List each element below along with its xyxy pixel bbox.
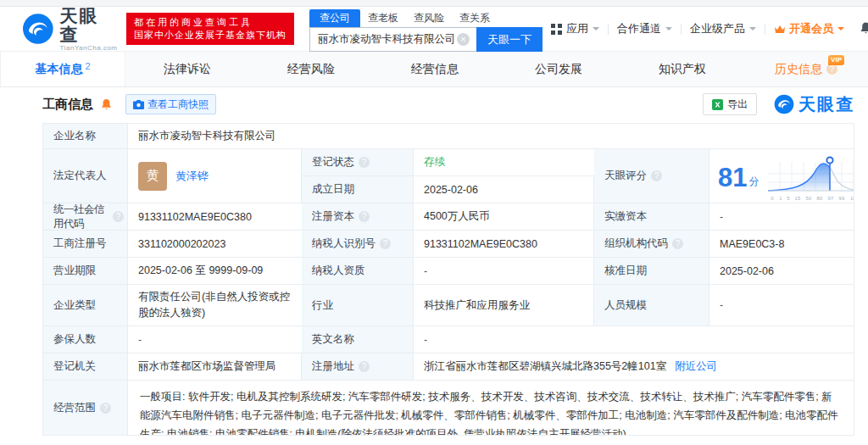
tyc-logo-icon (22, 13, 54, 45)
tyc-score-cell[interactable]: 81 分 (709, 149, 854, 203)
search-input[interactable] (309, 27, 476, 52)
field-label: 成立日期 (302, 176, 414, 203)
avatar[interactable]: 黄 (138, 162, 167, 191)
tab-business-info[interactable]: 经营信息 (373, 52, 497, 86)
help-icon[interactable] (651, 170, 662, 181)
bell-icon (860, 21, 868, 35)
site-header: 天眼查 TianYanCha.com 都在用的商业查询工具 国家中小企业发展子基… (0, 7, 868, 51)
establish-date-value: 2025-02-06 (414, 176, 594, 203)
section-title: 工商信息 (42, 97, 93, 113)
brand-slogan: 都在用的商业查询工具 国家中小企业发展子基金旗下机构 (126, 13, 294, 45)
legal-rep-cell: 黄 黄泽铧 (128, 149, 302, 203)
tab-label: 经营信息 (411, 62, 459, 77)
insured-count-value: - (128, 326, 302, 353)
score-marker-pin (827, 157, 833, 163)
tab-label: 法律诉讼 (164, 62, 211, 77)
search-tab-company[interactable]: 查公司 (309, 9, 360, 27)
tab-history-info[interactable]: VIP 历史信息 (744, 52, 868, 86)
field-label: 参保人数 (43, 326, 128, 353)
field-label: 登记机关 (43, 353, 128, 381)
score-distribution-chart: 01 515 5080 9799 100 (765, 155, 854, 201)
industry-value: 科技推广和应用服务业 (414, 285, 594, 326)
field-label: 纳税人识别号 (302, 231, 414, 258)
english-name-value: - (414, 326, 854, 353)
excel-icon (712, 99, 723, 110)
legal-rep-link[interactable]: 黄泽铧 (175, 169, 209, 184)
tab-basic-info[interactable]: 基本信息 2 (0, 52, 125, 86)
clear-icon[interactable]: × (457, 33, 470, 46)
tianyancha-logo[interactable]: 天眼查 TianYanCha.com (22, 7, 118, 52)
nav-enterprise[interactable]: 企业级产品 (682, 21, 765, 36)
field-label: 工商注册号 (43, 231, 128, 258)
search-tab-relation[interactable]: 查关系 (452, 9, 498, 27)
tab-label: 知识产权 (659, 62, 706, 77)
tab-label: 历史信息 (775, 62, 822, 77)
logo-subtitle: TianYanCha.com (60, 44, 118, 52)
nav-open-vip[interactable]: 开通会员 (765, 21, 853, 36)
snapshot-button-label: 查看工商快照 (147, 97, 209, 112)
caret-down-icon (749, 27, 756, 31)
caret-down-icon (665, 27, 672, 31)
tab-label: 公司发展 (535, 62, 582, 77)
reg-number-value: 331102000202023 (128, 231, 302, 258)
taxpayer-id-value: 91331102MAE9E0C380 (414, 231, 594, 258)
field-label: 营业期限 (43, 258, 128, 285)
nav-apps[interactable]: 应用 (542, 21, 608, 36)
score-unit: 分 (748, 175, 759, 189)
field-label: 天眼评分 (594, 149, 709, 203)
field-label: 实缴资本 (594, 203, 709, 231)
score-axis-ticks: 01 515 5080 9799 100 (771, 195, 854, 201)
taxpayer-quality-value: - (414, 258, 594, 285)
nav-enterprise-label: 企业级产品 (690, 21, 745, 36)
nearby-companies-link[interactable]: 附近公司 (675, 359, 717, 374)
export-button[interactable]: 导出 (703, 93, 757, 115)
field-label: 企业名称 (43, 124, 128, 149)
credit-code-value: 91331102MAE9E0C380 (128, 203, 302, 231)
help-icon[interactable] (672, 238, 683, 249)
watermark-text: 天眼查 (798, 93, 854, 116)
field-label: 英文名称 (302, 326, 414, 353)
notification-bell[interactable] (853, 21, 868, 37)
crown-icon (774, 25, 786, 34)
search-button[interactable]: 天眼一下 (476, 27, 542, 52)
help-icon[interactable] (359, 157, 370, 168)
tab-legal-proceedings[interactable]: 法律诉讼 (125, 52, 249, 86)
tab-label: 基本信息 (35, 62, 82, 77)
search-tab-boss[interactable]: 查老板 (360, 9, 406, 27)
announcement-icon (101, 98, 112, 110)
search-module: 查公司 查老板 查风险 查关系 × 天眼一下 (309, 9, 542, 52)
tab-intellectual-property[interactable]: 知识产权 (620, 52, 744, 86)
camera-icon (133, 100, 144, 109)
field-label: 登记状态 (302, 149, 414, 176)
field-label: 纳税人资质 (302, 258, 414, 285)
nav-partner-label: 合作通道 (617, 21, 661, 36)
section-header: 工商信息 查看工商快照 导出 天眼查 (0, 87, 868, 121)
help-icon[interactable] (113, 211, 124, 222)
reg-address-value: 浙江省丽水市莲都区碧湖镇兴城北路355号2幢101室 附近公司 (414, 353, 854, 381)
paid-capital-value: - (709, 203, 854, 231)
help-icon[interactable] (380, 238, 391, 249)
field-label: 法定代表人 (43, 149, 128, 203)
help-icon[interactable] (359, 361, 370, 372)
search-tabs: 查公司 查老板 查风险 查关系 (309, 9, 542, 27)
field-label: 统一社会信用代码 (43, 203, 128, 231)
business-snapshot-button[interactable]: 查看工商快照 (125, 94, 216, 114)
field-label: 核准日期 (594, 258, 709, 285)
field-label: 注册资本 (302, 203, 414, 231)
slogan-line1: 都在用的商业查询工具 (134, 16, 287, 29)
search-tab-risk[interactable]: 查风险 (406, 9, 452, 27)
tyc-logo-icon (774, 94, 794, 114)
detail-tabs: 基本信息 2 法律诉讼 经营风险 经营信息 公司发展 知识产权 VIP 历史信息 (0, 51, 868, 87)
business-scope-value: 一般项目: 软件开发; 电机及其控制系统研发; 汽车零部件研发; 技术服务、技术… (128, 381, 854, 436)
org-code-value: MAE9E0C3-8 (709, 231, 854, 258)
slogan-line2: 国家中小企业发展子基金旗下机构 (134, 29, 287, 42)
nav-apps-label: 应用 (566, 21, 588, 36)
help-icon[interactable] (100, 403, 111, 414)
nav-vip-label: 开通会员 (789, 21, 833, 36)
tab-operating-risk[interactable]: 经营风险 (249, 52, 373, 86)
nav-partner[interactable]: 合作通道 (609, 21, 681, 36)
business-term-value: 2025-02-06 至 9999-09-09 (128, 258, 302, 285)
help-icon[interactable] (359, 211, 370, 222)
tab-company-development[interactable]: 公司发展 (497, 52, 620, 86)
reg-status-value: 存续 (414, 149, 594, 176)
